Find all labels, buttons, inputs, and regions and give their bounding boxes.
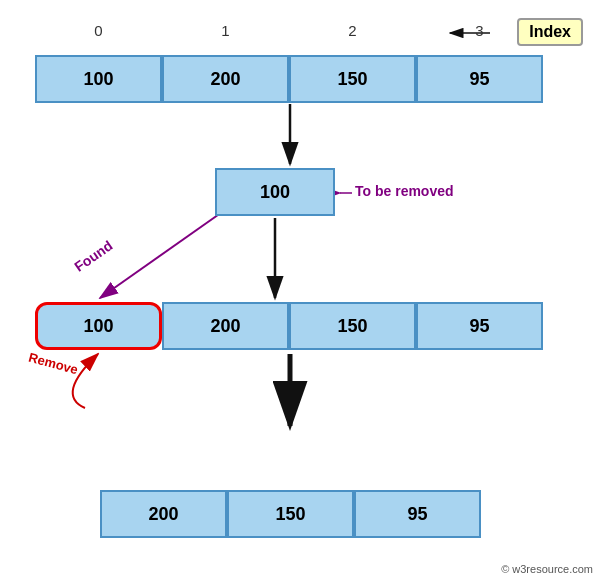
svg-line-6 bbox=[100, 210, 225, 298]
bottom-array: 100 200 150 95 bbox=[35, 302, 545, 350]
index-label-0: 0 bbox=[35, 22, 162, 39]
index-labels: 0 1 2 3 bbox=[35, 22, 545, 39]
middle-cell: 100 bbox=[215, 168, 335, 216]
top-cell-0: 100 bbox=[35, 55, 162, 103]
top-array: 100 200 150 95 bbox=[35, 55, 545, 103]
found-label: Found bbox=[71, 237, 115, 275]
bottom-cell-0: 100 bbox=[35, 302, 162, 350]
bottom-cell-2: 150 bbox=[289, 302, 416, 350]
bottom-cell-1: 200 bbox=[162, 302, 289, 350]
index-label-1: 1 bbox=[162, 22, 289, 39]
final-cell-1: 150 bbox=[227, 490, 354, 538]
top-cell-2: 150 bbox=[289, 55, 416, 103]
remove-label: Remove bbox=[27, 350, 80, 378]
index-badge: Index bbox=[517, 18, 583, 46]
watermark: © w3resource.com bbox=[501, 563, 593, 575]
top-cell-1: 200 bbox=[162, 55, 289, 103]
middle-cell-wrap: 100 bbox=[215, 168, 335, 216]
index-label-2: 2 bbox=[289, 22, 416, 39]
final-array: 200 150 95 bbox=[100, 490, 481, 538]
final-cell-2: 95 bbox=[354, 490, 481, 538]
bottom-cell-3: 95 bbox=[416, 302, 543, 350]
top-cell-3: 95 bbox=[416, 55, 543, 103]
final-cell-0: 200 bbox=[100, 490, 227, 538]
diagram: 0 1 2 3 Index 100 200 150 95 100 To be r… bbox=[0, 0, 603, 581]
to-be-removed-label: To be removed bbox=[355, 183, 454, 199]
